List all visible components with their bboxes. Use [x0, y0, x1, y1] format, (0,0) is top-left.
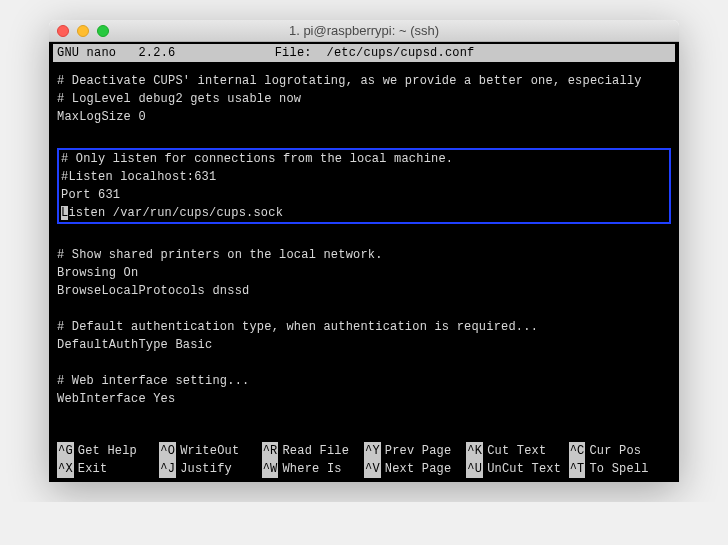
- editor-line: Listen /var/run/cups/cups.sock: [61, 204, 667, 222]
- editor-line: Port 631: [61, 186, 667, 204]
- close-icon[interactable]: [57, 25, 69, 37]
- nano-command-bar: ^GGet Help ^OWriteOut ^RRead File ^YPrev…: [53, 442, 675, 478]
- cmd-justify[interactable]: ^JJustify: [159, 460, 261, 478]
- cmd-writeout[interactable]: ^OWriteOut: [159, 442, 261, 460]
- zoom-icon[interactable]: [97, 25, 109, 37]
- minimize-icon[interactable]: [77, 25, 89, 37]
- editor-content[interactable]: # Deactivate CUPS' internal logrotating,…: [53, 72, 675, 426]
- terminal-window: 1. pi@raspberrypi: ~ (ssh) GNU nano 2.2.…: [49, 20, 679, 482]
- highlight-box: # Only listen for connections from the l…: [57, 148, 671, 224]
- editor-line: # LogLevel debug2 gets usable now: [57, 90, 671, 108]
- editor-line: # Web interface setting...: [57, 372, 671, 390]
- nano-file-path: /etc/cups/cupsd.conf: [327, 46, 475, 60]
- cmd-read-file[interactable]: ^RRead File: [262, 442, 364, 460]
- cmd-to-spell[interactable]: ^TTo Spell: [569, 460, 671, 478]
- editor-line: WebInterface Yes: [57, 390, 671, 408]
- editor-line: # Only listen for connections from the l…: [61, 150, 667, 168]
- command-row: ^GGet Help ^OWriteOut ^RRead File ^YPrev…: [57, 442, 671, 460]
- cmd-cur-pos[interactable]: ^CCur Pos: [569, 442, 671, 460]
- terminal-area[interactable]: GNU nano 2.2.6 File: /etc/cups/cupsd.con…: [49, 42, 679, 482]
- traffic-lights: [57, 25, 109, 37]
- nano-header: GNU nano 2.2.6 File: /etc/cups/cupsd.con…: [53, 44, 675, 62]
- editor-line: [57, 228, 671, 246]
- titlebar: 1. pi@raspberrypi: ~ (ssh): [49, 20, 679, 42]
- cmd-cut-text[interactable]: ^KCut Text: [466, 442, 568, 460]
- editor-line: # Show shared printers on the local netw…: [57, 246, 671, 264]
- editor-line: [57, 126, 671, 144]
- editor-line: [57, 408, 671, 426]
- nano-file-label: File:: [275, 46, 312, 60]
- cmd-uncut-text[interactable]: ^UUnCut Text: [466, 460, 568, 478]
- editor-line: [57, 354, 671, 372]
- editor-line: MaxLogSize 0: [57, 108, 671, 126]
- cmd-where-is[interactable]: ^WWhere Is: [262, 460, 364, 478]
- nano-app: GNU nano: [57, 46, 116, 60]
- editor-line: # Deactivate CUPS' internal logrotating,…: [57, 72, 671, 90]
- editor-line: [57, 300, 671, 318]
- cmd-exit[interactable]: ^XExit: [57, 460, 159, 478]
- editor-line: # Default authentication type, when auth…: [57, 318, 671, 336]
- editor-line: #Listen localhost:631: [61, 168, 667, 186]
- cmd-get-help[interactable]: ^GGet Help: [57, 442, 159, 460]
- cmd-prev-page[interactable]: ^YPrev Page: [364, 442, 466, 460]
- editor-line: BrowseLocalProtocols dnssd: [57, 282, 671, 300]
- editor-line: Browsing On: [57, 264, 671, 282]
- editor-line: DefaultAuthType Basic: [57, 336, 671, 354]
- window-title: 1. pi@raspberrypi: ~ (ssh): [49, 23, 679, 38]
- command-row: ^XExit ^JJustify ^WWhere Is ^VNext Page …: [57, 460, 671, 478]
- cmd-next-page[interactable]: ^VNext Page: [364, 460, 466, 478]
- nano-version: 2.2.6: [138, 46, 175, 60]
